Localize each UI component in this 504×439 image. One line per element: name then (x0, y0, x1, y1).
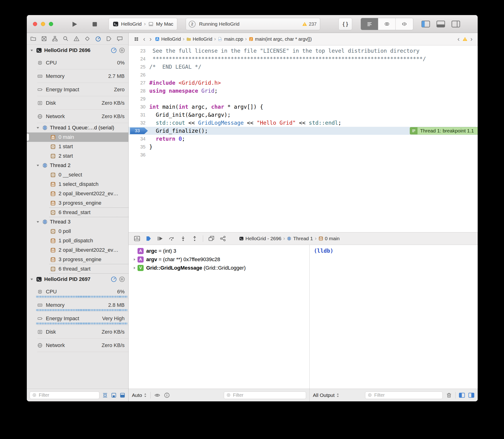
gauge-row-memory[interactable]: Memory2.8 MB (27, 298, 128, 312)
version-editor-button[interactable] (396, 18, 413, 30)
line-number-gutter[interactable]: 34 (129, 135, 149, 143)
stack-frame-row[interactable]: 6 thread_start (27, 208, 128, 217)
console-filter-input[interactable] (374, 392, 440, 398)
standard-editor-button[interactable] (361, 18, 378, 30)
line-number-gutter[interactable]: 35 (129, 143, 149, 151)
jumpbar-item[interactable]: HelloGrid (155, 37, 181, 42)
stop-button[interactable] (91, 20, 99, 28)
line-number-gutter[interactable]: 23 (129, 47, 149, 55)
stack-frame-row[interactable]: 1 select_dispatch (27, 180, 128, 189)
show-variables-pane-icon[interactable] (459, 392, 465, 398)
previous-issue-button[interactable]: ‹ (457, 36, 460, 42)
variables-scope-selector[interactable]: Auto (132, 392, 147, 398)
breakpoint-annotation[interactable]: Thread 1: breakpoint 1.1 (410, 127, 478, 134)
memory-graph-button[interactable] (220, 235, 226, 242)
debug-navigator-icon[interactable] (95, 36, 101, 42)
gauge-row-cpu[interactable]: CPU6% (27, 285, 128, 298)
continue-button[interactable] (157, 235, 163, 242)
filter-stack-frames-icon[interactable] (111, 392, 117, 398)
trash-icon[interactable] (446, 392, 452, 398)
forward-button[interactable]: › (149, 36, 152, 42)
stack-frame-row[interactable]: 1 start (27, 142, 128, 151)
stack-frame-row[interactable]: 0 main (27, 133, 128, 142)
performance-gauge-button[interactable] (111, 47, 117, 53)
line-number-gutter[interactable]: 25 (129, 63, 149, 71)
show-console-pane-icon[interactable] (468, 392, 474, 398)
breakpoint-navigator-icon[interactable] (106, 36, 112, 42)
thread-row[interactable]: Thread 2 (27, 161, 128, 170)
stack-frame-row[interactable]: 1 poll_dispatch (27, 236, 128, 245)
console-output-selector[interactable]: All Output (313, 392, 340, 398)
performance-gauge-button[interactable] (111, 276, 117, 282)
console-filter-field[interactable] (365, 391, 443, 399)
stack-frame-row[interactable]: 2 opal_libevent2022_ev… (27, 245, 128, 255)
debug-breadcrumb-item[interactable]: 0 main (318, 236, 340, 241)
disclosure-triangle-icon[interactable] (36, 163, 40, 168)
code-structure-button[interactable]: { } (339, 18, 352, 30)
warning-count[interactable]: 237 (302, 18, 317, 30)
thread-row[interactable]: Thread 1 Queue:…d (serial) (27, 123, 128, 133)
line-number-gutter[interactable]: 33 (129, 127, 149, 135)
console-view[interactable]: (lldb) (310, 245, 478, 389)
next-issue-button[interactable]: › (469, 36, 473, 42)
filter-debugged-icon[interactable] (102, 392, 108, 398)
project-navigator-icon[interactable] (30, 36, 36, 42)
view-hierarchy-button[interactable] (208, 235, 215, 242)
related-items-icon[interactable] (133, 37, 140, 42)
gauge-row-disk[interactable]: DiskZero KB/s (27, 96, 128, 110)
toggle-navigator-button[interactable] (421, 21, 430, 27)
line-number-gutter[interactable]: 26 (129, 71, 149, 79)
gauge-row-energy[interactable]: Energy ImpactZero (27, 83, 128, 96)
variables-view[interactable]: Aargc = (int) 3Aargv = (char **) 0x7ffee… (129, 245, 310, 389)
line-number-gutter[interactable]: 24 (129, 55, 149, 63)
line-number-gutter[interactable]: 28 (129, 87, 149, 95)
toggle-debug-area-button[interactable] (436, 21, 445, 27)
search-navigator-icon[interactable] (62, 36, 69, 42)
line-number-gutter[interactable]: 30 (129, 103, 149, 111)
debug-breadcrumb-item[interactable]: HelloGrid - 2696 (239, 236, 281, 241)
gauge-row-memory[interactable]: Memory2.7 MB (27, 69, 128, 83)
disclosure-triangle-icon[interactable] (131, 266, 138, 270)
stack-frame-row[interactable]: 3 progress_engine (27, 255, 128, 264)
variable-row[interactable]: Aargv = (char **) 0x7ffee9039c28 (129, 255, 309, 264)
line-number-gutter[interactable]: 29 (129, 95, 149, 103)
scheme-selector[interactable]: HelloGrid › My Mac (109, 18, 177, 30)
stack-frame-row[interactable]: 2 opal_libevent2022_ev… (27, 189, 128, 198)
disclosure-triangle-icon[interactable] (36, 220, 40, 224)
process-row[interactable]: HelloGrid PID 2696 (27, 45, 128, 56)
debug-breadcrumb-item[interactable]: Thread 1 (287, 236, 313, 241)
variable-row[interactable]: VGrid::GridLogMessage (Grid::GridLogger) (129, 264, 309, 272)
gauge-row-cpu[interactable]: CPU0% (27, 56, 128, 69)
thread-row[interactable]: Thread 3 (27, 217, 128, 227)
source-editor[interactable]: 23 See the full license in the file "LIC… (129, 45, 478, 232)
source-control-navigator-icon[interactable] (41, 36, 47, 42)
step-out-button[interactable] (191, 235, 198, 242)
breakpoint-indicator[interactable]: 33 (130, 128, 148, 134)
process-row[interactable]: HelloGrid PID 2697 (27, 274, 128, 285)
line-number-gutter[interactable]: 27 (129, 79, 149, 87)
view-options-button[interactable] (119, 276, 125, 282)
variables-filter-field[interactable] (224, 391, 306, 399)
minimize-button[interactable] (41, 22, 45, 26)
gauge-row-network[interactable]: NetworkZero KB/s (27, 110, 128, 123)
gauge-row-disk[interactable]: DiskZero KB/s (27, 325, 128, 339)
stack-frame-row[interactable]: 0 poll (27, 227, 128, 236)
breakpoints-toggle-button[interactable] (145, 235, 152, 242)
disclosure-triangle-icon[interactable] (131, 257, 138, 262)
toggle-inspector-button[interactable] (451, 21, 460, 27)
disclosure-triangle-icon[interactable] (30, 277, 34, 281)
view-options-button[interactable] (119, 47, 125, 53)
info-icon[interactable] (164, 392, 170, 398)
stack-frame-row[interactable]: 6 thread_start (27, 264, 128, 274)
step-over-button[interactable] (168, 235, 175, 242)
variables-filter-input[interactable] (233, 392, 304, 398)
warning-icon[interactable] (462, 37, 468, 42)
line-number-gutter[interactable]: 31 (129, 111, 149, 119)
disclosure-triangle-icon[interactable] (30, 48, 34, 52)
close-button[interactable] (33, 22, 37, 26)
line-number-gutter[interactable]: 32 (129, 119, 149, 127)
stack-frame-row[interactable]: 3 progress_engine (27, 198, 128, 208)
assistant-editor-button[interactable] (378, 18, 396, 30)
gauge-row-network[interactable]: NetworkZero KB/s (27, 339, 128, 352)
filter-view-mode-icon[interactable] (119, 392, 126, 398)
